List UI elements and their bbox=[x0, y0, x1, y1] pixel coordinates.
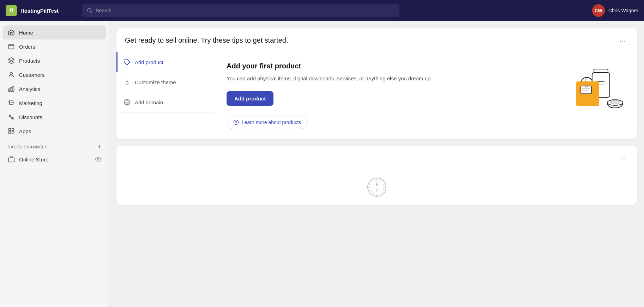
sidebar-item-analytics[interactable]: Analytics bbox=[3, 82, 106, 96]
sidebar-label-analytics: Analytics bbox=[19, 86, 40, 92]
tag-icon bbox=[124, 59, 131, 66]
tips-layout: Add product Customize theme bbox=[116, 52, 637, 139]
products-icon bbox=[8, 57, 15, 64]
help-circle-icon bbox=[233, 119, 239, 125]
layout: Home Orders Products Customers bbox=[0, 21, 644, 307]
svg-point-30 bbox=[610, 100, 620, 104]
sidebar-item-discounts[interactable]: Discounts bbox=[3, 110, 106, 124]
online-store-label: Online Store bbox=[19, 156, 48, 162]
sidebar: Home Orders Products Customers bbox=[0, 21, 109, 307]
svg-rect-5 bbox=[13, 86, 14, 92]
sidebar-label-products: Products bbox=[19, 58, 40, 64]
avatar: CW bbox=[592, 4, 605, 17]
main-content: Get ready to sell online. Try these tips… bbox=[109, 21, 644, 307]
sidebar-label-marketing: Marketing bbox=[19, 100, 42, 106]
svg-point-2 bbox=[10, 72, 13, 75]
card-more-button[interactable]: ··· bbox=[617, 35, 628, 46]
tip-detail-desc: You can add physical items, digital down… bbox=[227, 74, 562, 83]
sidebar-item-customers[interactable]: Customers bbox=[3, 68, 106, 82]
svg-marker-33 bbox=[376, 181, 378, 186]
add-product-button[interactable]: Add product bbox=[227, 91, 273, 106]
brand[interactable]: HostingPillTest bbox=[6, 5, 76, 16]
analytics-icon bbox=[8, 85, 15, 92]
svg-marker-34 bbox=[376, 188, 378, 194]
online-store-icon bbox=[8, 156, 15, 163]
sidebar-item-orders[interactable]: Orders bbox=[3, 39, 106, 54]
search-bar[interactable] bbox=[82, 4, 399, 17]
card2-more-button[interactable]: ··· bbox=[617, 153, 628, 164]
sales-channels-section: SALES CHANNELS + bbox=[3, 138, 106, 152]
card-header: Get ready to sell online. Try these tips… bbox=[116, 28, 637, 52]
tip-label-add-product: Add product bbox=[135, 59, 163, 65]
orders-icon bbox=[8, 43, 15, 50]
tip-item-add-domain[interactable]: Add domain bbox=[116, 92, 215, 112]
tip-detail-content: Add your first product You can add physi… bbox=[227, 62, 562, 129]
customers-icon bbox=[8, 71, 15, 78]
getting-started-card: Get ready to sell online. Try these tips… bbox=[116, 28, 637, 139]
tip-item-customize-theme[interactable]: Customize theme bbox=[116, 72, 215, 92]
svg-rect-8 bbox=[9, 129, 11, 131]
svg-point-13 bbox=[97, 159, 99, 160]
brand-name: HostingPillTest bbox=[20, 8, 59, 14]
tip-detail: Add your first product You can add physi… bbox=[215, 52, 637, 139]
shopify-icon bbox=[6, 5, 17, 16]
sidebar-label-apps: Apps bbox=[19, 128, 31, 134]
learn-more-button[interactable]: Learn more about products bbox=[227, 116, 308, 129]
product-image bbox=[571, 62, 624, 118]
home-icon bbox=[8, 29, 15, 36]
second-card: ··· bbox=[116, 146, 637, 205]
sidebar-item-online-store[interactable]: Online Store bbox=[3, 152, 106, 166]
tip-detail-title: Add your first product bbox=[227, 62, 562, 70]
marketing-icon bbox=[8, 99, 15, 106]
svg-rect-4 bbox=[11, 87, 12, 92]
svg-rect-12 bbox=[8, 158, 14, 162]
svg-rect-20 bbox=[594, 69, 608, 73]
svg-rect-3 bbox=[9, 89, 10, 92]
sales-channels-label: SALES CHANNELS bbox=[8, 145, 48, 149]
top-nav: HostingPillTest CW Chris Wagner bbox=[0, 0, 644, 21]
compass-icon bbox=[366, 177, 387, 198]
sidebar-item-products[interactable]: Products bbox=[3, 54, 106, 68]
card-title: Get ready to sell online. Try these tips… bbox=[125, 35, 288, 45]
globe-icon bbox=[124, 99, 131, 106]
user-name: Chris Wagner bbox=[608, 8, 638, 13]
add-sales-channel-button[interactable]: + bbox=[97, 144, 101, 150]
svg-rect-10 bbox=[9, 132, 11, 134]
tip-label-add-domain: Add domain bbox=[135, 99, 163, 105]
sidebar-item-marketing[interactable]: Marketing bbox=[3, 96, 106, 110]
tips-list: Add product Customize theme bbox=[116, 52, 215, 139]
tip-label-customize-theme: Customize theme bbox=[135, 79, 176, 85]
sidebar-label-orders: Orders bbox=[19, 44, 35, 50]
svg-point-0 bbox=[88, 8, 91, 12]
card2-header: ··· bbox=[116, 146, 637, 170]
product-illustration bbox=[569, 62, 626, 118]
brush-icon bbox=[124, 79, 131, 86]
tip-item-add-product[interactable]: Add product bbox=[116, 52, 215, 72]
apps-icon bbox=[8, 128, 15, 135]
svg-point-28 bbox=[585, 85, 587, 87]
discounts-icon bbox=[8, 113, 15, 121]
sidebar-label-discounts: Discounts bbox=[19, 114, 42, 120]
sidebar-label-customers: Customers bbox=[19, 72, 45, 78]
eye-icon bbox=[95, 156, 101, 162]
sidebar-item-home[interactable]: Home bbox=[3, 25, 106, 39]
sidebar-label-home: Home bbox=[19, 30, 33, 36]
search-icon bbox=[87, 8, 92, 13]
sidebar-item-apps[interactable]: Apps bbox=[3, 124, 106, 138]
svg-rect-11 bbox=[12, 132, 14, 134]
online-store-left: Online Store bbox=[8, 156, 48, 163]
svg-rect-1 bbox=[9, 44, 14, 49]
card2-body bbox=[116, 170, 637, 205]
learn-more-label: Learn more about products bbox=[242, 119, 301, 125]
search-input[interactable] bbox=[96, 8, 395, 13]
user-area: CW Chris Wagner bbox=[592, 4, 638, 17]
svg-point-31 bbox=[368, 178, 386, 196]
svg-rect-9 bbox=[12, 129, 14, 131]
